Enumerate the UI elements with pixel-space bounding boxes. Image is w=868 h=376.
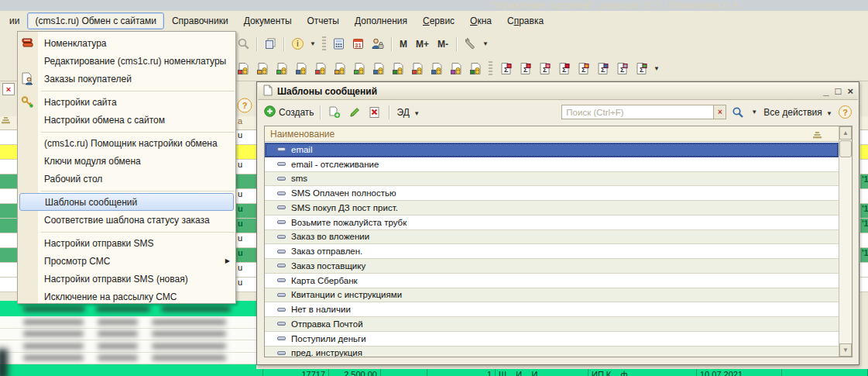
table-row[interactable]: email - отслеживание — [265, 157, 839, 172]
table-row[interactable]: Заказ во вложении — [265, 230, 839, 245]
dropdown-item[interactable]: Номенклатура — [18, 34, 235, 52]
doc-coin-icon[interactable] — [312, 60, 329, 78]
doc-coin-icon[interactable] — [409, 60, 426, 78]
memory-button[interactable]: М+ — [413, 37, 432, 51]
table-row[interactable]: Карта Сбербанк — [265, 274, 839, 288]
delete-icon[interactable] — [366, 104, 383, 121]
menubar-item[interactable]: Справка — [499, 12, 551, 29]
search-magnifier-icon[interactable] — [729, 104, 746, 121]
dropdown-item-label: Исключение на рассылку СМС — [44, 291, 177, 302]
doc-coin-icon[interactable] — [235, 60, 252, 78]
sigma-report-icon[interactable]: Σ — [516, 60, 533, 78]
sigma-report-icon[interactable]: Σ — [555, 60, 572, 78]
search-icon[interactable] — [235, 36, 252, 53]
menubar-item[interactable]: Документы — [236, 12, 300, 29]
chevron-down-icon[interactable]: ▼ — [308, 40, 317, 47]
table-row[interactable]: Поступили деньги — [265, 332, 839, 347]
dropdown-item[interactable]: Редактирование (cms1c.ru) номенклатуры — [18, 52, 235, 70]
dropdown-item[interactable]: Ключи модуля обмена — [18, 152, 235, 170]
sigma-report-icon[interactable]: Σ — [497, 60, 514, 78]
copy-item-icon[interactable] — [326, 104, 343, 121]
sigma-report-icon[interactable]: Σ — [594, 60, 611, 78]
table-row[interactable]: Возьмите пожалуйста трубк — [265, 216, 839, 230]
table-row[interactable]: SMS Оплачен полностью — [265, 186, 839, 201]
doc-coin-icon[interactable] — [467, 60, 484, 78]
menubar-item[interactable]: Дополнения — [347, 12, 415, 29]
user-lock-icon[interactable] — [369, 36, 386, 53]
scrollbar-thumb[interactable] — [839, 140, 852, 157]
close-button[interactable]: × — [847, 88, 853, 95]
menubar-item[interactable]: Сервис — [415, 12, 462, 29]
create-button[interactable]: Создать — [264, 105, 314, 119]
dropdown-item[interactable]: Просмотр СМС▶ — [18, 252, 235, 270]
doc-coin-icon[interactable] — [448, 60, 465, 78]
dropdown-item-label: Настройки обмена с сайтом — [44, 115, 165, 126]
background-help-button[interactable]: ? — [237, 98, 252, 116]
search-input[interactable] — [561, 105, 713, 119]
dropdown-item[interactable]: (cms1c.ru) Помощник настройки обмена — [18, 134, 235, 152]
info-icon[interactable]: i — [289, 36, 306, 53]
dropdown-item[interactable]: Настройки сайта — [18, 93, 235, 111]
doc-coin-icon[interactable] — [254, 60, 271, 78]
minimize-button[interactable]: _ — [823, 88, 829, 95]
dropdown-item[interactable]: Исключение на рассылку СМС — [18, 288, 235, 305]
vertical-scrollbar[interactable]: ▲ ▼ — [839, 126, 852, 357]
all-actions-button[interactable]: Все действия ▼ — [763, 107, 834, 118]
chevron-down-icon[interactable]: ▼ — [750, 109, 759, 116]
sigma-report-icon[interactable]: Σ — [575, 60, 592, 78]
doc-coin-icon[interactable] — [273, 60, 290, 78]
background-row — [860, 189, 868, 204]
doc-coin-icon[interactable] — [293, 60, 310, 78]
table-row[interactable]: sms — [265, 172, 839, 187]
doc-coin-icon[interactable] — [331, 60, 348, 78]
menubar-item[interactable]: Справочники — [164, 12, 236, 29]
scroll-up-icon[interactable]: ▲ — [839, 126, 852, 140]
doc-coin-icon[interactable] — [389, 60, 407, 78]
calculator-icon[interactable] — [331, 36, 348, 53]
dropdown-item[interactable]: Настройки обмена с сайтом — [18, 111, 235, 129]
menubar-item[interactable]: (cms1c.ru) Обмен с сайтами — [27, 12, 164, 29]
dropdown-item[interactable]: Настройки отправки SMS (новая) — [18, 270, 235, 288]
doc-coin-icon[interactable] — [428, 60, 445, 78]
dash-icon — [277, 205, 286, 209]
search-clear-icon[interactable]: × — [713, 105, 726, 119]
dropdown-item[interactable]: Рабочий стол — [18, 170, 235, 188]
ed-dropdown[interactable]: ЭД ▼ — [395, 107, 424, 118]
chevron-down-icon[interactable]: ▼ — [652, 65, 661, 72]
scroll-down-icon[interactable]: ▼ — [839, 343, 852, 357]
dialog-titlebar[interactable]: Шаблоны сообщений _ □ × — [258, 83, 858, 100]
table-row[interactable]: пред. инструкция — [265, 347, 839, 358]
help-button[interactable]: ? — [839, 105, 852, 119]
dropdown-item[interactable]: Настройки отправки SMS — [18, 234, 235, 252]
menubar-item[interactable]: Отчеты — [300, 12, 347, 29]
edit-pencil-icon[interactable] — [346, 104, 363, 121]
table-row[interactable]: Заказ отправлен. — [265, 244, 839, 259]
calendar-icon[interactable]: 31 — [350, 36, 367, 53]
maximize-button[interactable]: □ — [835, 88, 842, 95]
copy-icon[interactable] — [262, 36, 279, 53]
table-row[interactable]: Отправка Почтой — [265, 317, 839, 332]
chevron-down-icon[interactable]: ▼ — [481, 40, 490, 47]
memory-button[interactable]: М- — [434, 37, 451, 51]
menubar-item[interactable]: Окна — [462, 12, 499, 29]
background-close-button[interactable]: × — [2, 83, 15, 95]
sigma-report-icon[interactable]: Σ — [633, 60, 650, 78]
menubar-item[interactable]: ии — [2, 12, 27, 29]
sigma-report-icon[interactable]: Σ — [613, 60, 630, 78]
sigma-report-icon[interactable]: Σ — [536, 60, 553, 78]
dropdown-item[interactable]: Соответствие шаблона статусу заказа — [18, 211, 235, 229]
dropdown-item[interactable]: Шаблоны сообщений — [19, 193, 234, 211]
table-row[interactable]: Заказ поставщику — [265, 259, 839, 274]
doc-coin-icon[interactable] — [370, 60, 387, 78]
table-row[interactable]: Нет в наличии — [265, 302, 839, 317]
table-row[interactable]: email — [265, 143, 839, 157]
separator — [283, 37, 284, 51]
wrench-icon[interactable] — [461, 36, 479, 53]
doc-coin-icon[interactable] — [351, 60, 368, 78]
dropdown-item[interactable]: Заказы покупателей — [18, 70, 235, 88]
blurred-text — [152, 355, 226, 360]
table-header[interactable]: Наименование — [265, 126, 839, 142]
memory-button[interactable]: М — [396, 37, 410, 51]
table-row[interactable]: SMS покуп ДЗ пост прист. — [265, 201, 839, 216]
table-row[interactable]: Квитанции с инструкциями — [265, 288, 839, 303]
